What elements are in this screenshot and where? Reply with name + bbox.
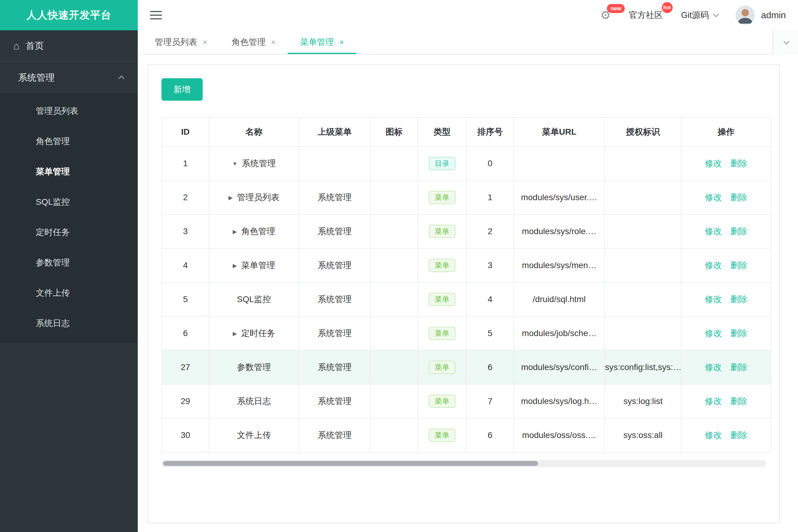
new-badge: new (607, 4, 625, 13)
table-row[interactable]: 27参数管理系统管理菜单6modules/sys/confi…sys:confi… (162, 350, 771, 384)
tab-close-icon[interactable]: × (203, 38, 207, 46)
community-link[interactable]: 官方社区 hot (629, 10, 663, 21)
edit-link[interactable]: 修改 (705, 294, 722, 304)
sidebar-item-角色管理[interactable]: 角色管理 (0, 126, 138, 156)
cell-actions: 修改删除 (681, 180, 771, 214)
edit-link[interactable]: 修改 (705, 396, 722, 406)
column-header-菜单URL: 菜单URL (514, 117, 605, 147)
type-badge: 菜单 (429, 293, 456, 306)
type-badge: 菜单 (429, 395, 456, 408)
git-source-dropdown[interactable]: Git源码 (681, 10, 718, 21)
edit-link[interactable]: 修改 (705, 261, 722, 270)
tab-管理员列表[interactable]: 管理员列表× (143, 30, 219, 54)
cell-order: 6 (466, 350, 514, 384)
cell-perms (605, 248, 681, 282)
cell-actions: 修改删除 (681, 248, 771, 282)
app-logo: 人人快速开发平台 (0, 0, 138, 30)
column-header-上级菜单: 上级菜单 (299, 117, 370, 147)
menu-name-label: 管理员列表 (237, 193, 279, 202)
edit-link[interactable]: 修改 (705, 193, 722, 202)
delete-link[interactable]: 删除 (730, 159, 747, 168)
cell-parent: 系统管理 (299, 180, 370, 214)
delete-link[interactable]: 删除 (730, 431, 747, 440)
tab-close-icon[interactable]: × (271, 38, 276, 46)
delete-link[interactable]: 删除 (730, 396, 747, 406)
cell-type: 菜单 (418, 180, 466, 214)
cell-order: 3 (466, 248, 514, 282)
horizontal-scrollbar[interactable] (162, 460, 766, 467)
type-badge: 菜单 (429, 327, 456, 340)
cell-name: SQL监控 (209, 282, 299, 316)
table-row[interactable]: 30文件上传系统管理菜单6modules/oss/oss.…sys:oss:al… (162, 418, 771, 452)
tree-expand-icon[interactable]: ▶ (233, 229, 237, 235)
cell-url: modules/job/sche… (514, 316, 605, 350)
cell-url (514, 147, 605, 180)
edit-link[interactable]: 修改 (705, 328, 722, 338)
tab-close-icon[interactable]: × (339, 38, 344, 46)
cell-parent: 系统管理 (299, 214, 370, 248)
menu-name-label: SQL监控 (237, 294, 271, 304)
tree-collapse-icon[interactable]: ▼ (232, 161, 238, 167)
edit-link[interactable]: 修改 (705, 362, 722, 372)
column-header-类型: 类型 (418, 117, 466, 147)
table-row[interactable]: 3▶角色管理系统管理菜单2modules/sys/role.…修改删除 (162, 214, 771, 248)
type-badge: 目录 (429, 157, 456, 170)
sidebar-item-菜单管理[interactable]: 菜单管理 (0, 156, 138, 187)
cell-name: ▶菜单管理 (209, 248, 299, 282)
tab-菜单管理[interactable]: 菜单管理× (287, 30, 356, 54)
cell-type: 目录 (418, 147, 466, 180)
delete-link[interactable]: 删除 (730, 227, 747, 236)
cell-icon (370, 147, 418, 180)
sidebar-item-定时任务[interactable]: 定时任务 (0, 217, 138, 247)
table-row[interactable]: 6▶定时任务系统管理菜单5modules/job/sche…修改删除 (162, 316, 771, 350)
user-menu[interactable]: admin (736, 5, 786, 25)
cell-actions: 修改删除 (681, 316, 771, 350)
cell-parent: 系统管理 (299, 384, 370, 418)
delete-link[interactable]: 删除 (730, 362, 747, 372)
table-body: 1▼系统管理目录0修改删除2▶管理员列表系统管理菜单1modules/sys/u… (162, 147, 771, 452)
column-header-授权标识: 授权标识 (605, 117, 681, 147)
delete-link[interactable]: 删除 (730, 193, 747, 202)
sidebar-submenu: 管理员列表角色管理菜单管理SQL监控定时任务参数管理文件上传系统日志 (0, 93, 138, 343)
cell-icon (370, 214, 418, 248)
cell-order: 1 (466, 180, 514, 214)
table-row[interactable]: 1▼系统管理目录0修改删除 (162, 147, 771, 180)
edit-link[interactable]: 修改 (705, 227, 722, 236)
cell-parent: 系统管理 (299, 248, 370, 282)
sidebar-item-系统日志[interactable]: 系统日志 (0, 308, 138, 339)
table-row[interactable]: 4▶菜单管理系统管理菜单3modules/sys/men…修改删除 (162, 248, 771, 282)
menu-toggle-button[interactable] (150, 11, 162, 19)
scrollbar-thumb[interactable] (163, 461, 538, 466)
sidebar-item-SQL监控[interactable]: SQL监控 (0, 187, 138, 217)
table-row[interactable]: 29系统日志系统管理菜单7modules/sys/log.h…sys:log:l… (162, 384, 771, 418)
topbar: ⚙ new 官方社区 hot Git源码 (138, 0, 798, 30)
edit-link[interactable]: 修改 (705, 159, 722, 168)
menu-name-label: 文件上传 (237, 431, 271, 440)
cell-name: ▼系统管理 (209, 147, 299, 180)
edit-link[interactable]: 修改 (705, 431, 722, 440)
add-button[interactable]: 新增 (162, 78, 203, 101)
tab-角色管理[interactable]: 角色管理× (219, 30, 287, 54)
delete-link[interactable]: 删除 (730, 294, 747, 304)
tree-expand-icon[interactable]: ▶ (233, 330, 237, 337)
column-header-操作: 操作 (681, 117, 771, 147)
delete-link[interactable]: 删除 (730, 261, 747, 270)
app-window: 人人快速开发平台 ⌂ 首页 系统管理 管理员列表角色管理菜单管理SQL监控定时任… (0, 0, 798, 532)
cell-url: modules/sys/user.… (514, 180, 605, 214)
sidebar-item-参数管理[interactable]: 参数管理 (0, 247, 138, 278)
sidebar-item-文件上传[interactable]: 文件上传 (0, 278, 138, 308)
settings-button[interactable]: ⚙ new (600, 10, 611, 21)
sidebar-item-管理员列表[interactable]: 管理员列表 (0, 96, 138, 126)
cell-id: 3 (162, 214, 209, 248)
delete-link[interactable]: 删除 (730, 328, 747, 338)
sidebar-group-system[interactable]: 系统管理 (0, 62, 138, 93)
menu-name-label: 定时任务 (241, 328, 275, 338)
tree-expand-icon[interactable]: ▶ (233, 263, 237, 269)
table-row[interactable]: 5SQL监控系统管理菜单4/druid/sql.html修改删除 (162, 282, 771, 316)
cell-id: 2 (162, 180, 209, 214)
cell-icon (370, 316, 418, 350)
table-row[interactable]: 2▶管理员列表系统管理菜单1modules/sys/user.…修改删除 (162, 180, 771, 214)
sidebar-item-home[interactable]: ⌂ 首页 (0, 30, 138, 62)
tabs-dropdown-button[interactable] (773, 30, 798, 55)
tree-expand-icon[interactable]: ▶ (228, 195, 233, 201)
